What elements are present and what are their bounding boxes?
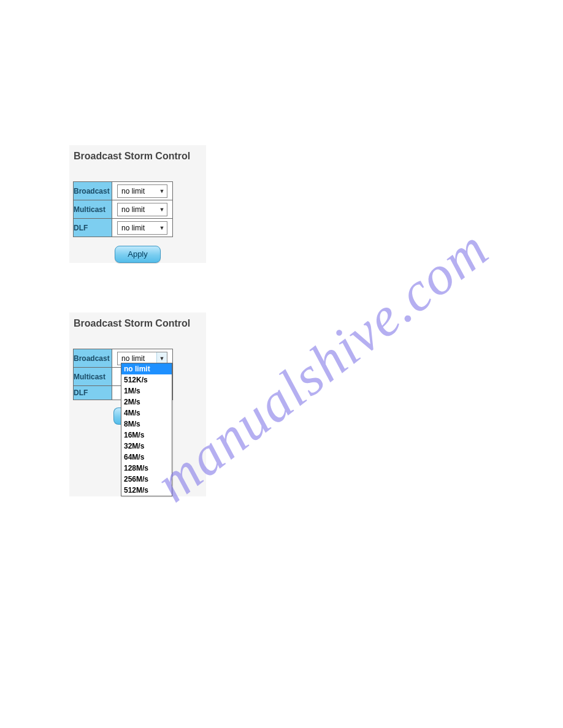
row-label-dlf: DLF xyxy=(74,219,112,237)
dropdown-option[interactable]: no limit xyxy=(121,363,172,374)
dropdown-option[interactable]: 256M/s xyxy=(121,474,172,485)
dropdown-option[interactable]: 8M/s xyxy=(121,419,172,430)
broadcast-select[interactable]: no limit ▼ xyxy=(117,184,167,198)
table-row: Multicast no limit ▼ xyxy=(74,200,173,219)
select-value: no limit xyxy=(121,187,145,195)
dropdown-arrow-icon: ▼ xyxy=(157,207,167,213)
dropdown-option[interactable]: 16M/s xyxy=(121,430,172,441)
row-label-multicast: Multicast xyxy=(74,200,112,219)
dropdown-option[interactable]: 32M/s xyxy=(121,441,172,452)
multicast-select[interactable]: no limit ▼ xyxy=(117,203,167,216)
select-value: no limit xyxy=(121,354,145,363)
row-label-broadcast: Broadcast xyxy=(74,349,112,368)
dropdown-option[interactable]: 512M/s xyxy=(121,485,172,496)
dropdown-arrow-icon: ▼ xyxy=(157,225,167,231)
apply-button[interactable]: Apply xyxy=(115,246,161,263)
storm-control-table: Broadcast no limit ▼ Multicast no limit … xyxy=(73,181,173,237)
row-select-cell: no limit ▼ xyxy=(112,200,173,219)
row-label-dlf: DLF xyxy=(74,386,112,400)
select-value: no limit xyxy=(121,224,145,232)
dropdown-option[interactable]: 1M/s xyxy=(121,385,172,396)
table-row: Broadcast no limit ▼ xyxy=(74,182,173,200)
section-heading: Broadcast Storm Control xyxy=(74,151,206,162)
dropdown-option[interactable]: 128M/s xyxy=(121,463,172,474)
storm-control-panel-2: Broadcast Storm Control Broadcast no lim… xyxy=(69,313,206,496)
dropdown-arrow-icon: ▼ xyxy=(157,188,167,194)
row-select-cell: no limit ▼ xyxy=(112,182,173,200)
apply-row: Apply xyxy=(69,246,206,263)
row-select-cell: no limit ▼ xyxy=(112,219,173,237)
select-value: no limit xyxy=(121,205,145,214)
dropdown-option[interactable]: 2M/s xyxy=(121,396,172,408)
dropdown-option[interactable]: 64M/s xyxy=(121,452,172,463)
dropdown-option[interactable]: 4M/s xyxy=(121,408,172,419)
row-label-multicast: Multicast xyxy=(74,368,112,386)
row-label-broadcast: Broadcast xyxy=(74,182,112,200)
table-row: DLF no limit ▼ xyxy=(74,219,173,237)
storm-control-panel-1: Broadcast Storm Control Broadcast no lim… xyxy=(69,145,206,263)
dlf-select[interactable]: no limit ▼ xyxy=(117,221,167,235)
section-heading: Broadcast Storm Control xyxy=(74,318,206,329)
dropdown-option[interactable]: 512K/s xyxy=(121,374,172,385)
broadcast-dropdown-list[interactable]: no limit 512K/s 1M/s 2M/s 4M/s 8M/s 16M/… xyxy=(121,363,172,496)
